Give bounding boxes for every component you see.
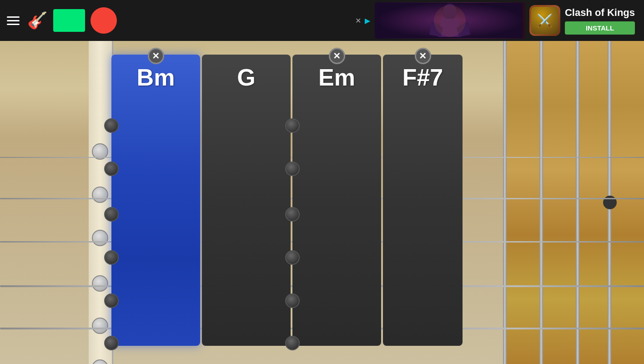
string-dot-em-5: [285, 293, 300, 308]
tuning-peg-3[interactable]: [92, 230, 108, 246]
ad-banner[interactable]: ✕ ▶: [349, 0, 639, 40]
string-dot-bm-2: [104, 162, 119, 176]
chord-button-f7[interactable]: ✕ F#7: [383, 55, 463, 346]
right-fretboard: [503, 41, 644, 364]
string-dot-em-3: [285, 207, 300, 222]
string-dot-em-4: [285, 250, 300, 265]
fret-line-2: [539, 41, 543, 364]
chord-button-em[interactable]: ✕ Em: [292, 55, 381, 346]
chord-close-f7[interactable]: ✕: [415, 48, 431, 64]
string-dot-bm-5: [104, 293, 119, 308]
string-dot-em-1: [285, 118, 300, 133]
string-dot-bm-4: [104, 250, 119, 265]
ad-text-block: Clash of Kings INSTALL: [565, 7, 635, 35]
fret-line-1: [503, 41, 507, 364]
ad-close-button[interactable]: ✕: [354, 16, 363, 25]
chord-button-bm[interactable]: ✕ Bm: [111, 55, 200, 346]
string-dot-bm-3: [104, 207, 119, 222]
ad-app-icon[interactable]: ⚔️: [529, 5, 560, 36]
peg-area: [89, 41, 111, 364]
ad-warrior-image: [375, 2, 525, 39]
guitar-icon[interactable]: 🎸: [27, 11, 48, 30]
menu-button[interactable]: [5, 14, 22, 27]
tuning-peg-2[interactable]: [92, 187, 108, 203]
string-dot-bm-1: [104, 118, 119, 133]
ad-play-button[interactable]: ▶: [365, 16, 370, 25]
ad-install-button[interactable]: INSTALL: [565, 21, 635, 35]
string-dot-bm-6: [104, 336, 119, 350]
ad-icon-inner: ⚔️: [531, 7, 558, 34]
tuning-peg-5[interactable]: [92, 318, 108, 334]
chord-buttons-container: ✕ Bm G ✕ Em ✕ F#7: [111, 55, 463, 346]
chord-close-bm[interactable]: ✕: [148, 48, 164, 64]
record-button[interactable]: [91, 7, 117, 34]
fretboard: ✕ Bm G ✕ Em ✕ F#7: [0, 41, 644, 364]
ad-image[interactable]: [375, 2, 525, 39]
string-dot-em-6: [285, 336, 300, 350]
chord-close-em[interactable]: ✕: [329, 48, 345, 64]
green-button[interactable]: [53, 9, 85, 32]
chord-button-g[interactable]: G: [202, 55, 291, 346]
tuning-peg-6[interactable]: [92, 359, 108, 364]
ad-title: Clash of Kings: [565, 7, 635, 19]
topbar-left: 🎸: [5, 7, 117, 34]
chord-label-em: Em: [318, 64, 355, 91]
tuning-peg-4[interactable]: [92, 275, 108, 292]
svg-point-2: [434, 5, 466, 37]
ad-controls: ✕ ▶: [354, 16, 370, 25]
fret-line-3: [576, 41, 579, 364]
chord-label-f7: F#7: [402, 64, 443, 91]
chord-label-bm: Bm: [137, 64, 175, 91]
string-dot-em-2: [285, 162, 300, 176]
topbar: 🎸 ✕ ▶: [0, 0, 644, 41]
chord-label-g: G: [237, 64, 255, 91]
